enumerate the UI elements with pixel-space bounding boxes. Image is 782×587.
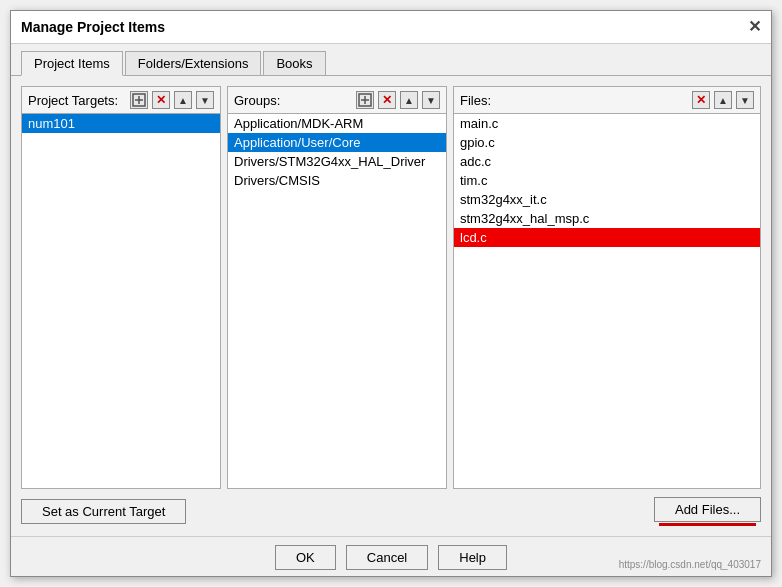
groups-new-button[interactable] — [356, 91, 374, 109]
targets-header: Project Targets: ✕ ▲ ▼ — [22, 87, 220, 114]
files-panel: Files: ✕ ▲ ▼ main.c gpio.c adc.c tim.c s… — [453, 86, 761, 489]
help-button[interactable]: Help — [438, 545, 507, 570]
set-current-target-button[interactable]: Set as Current Target — [21, 499, 186, 524]
list-item[interactable]: stm32g4xx_hal_msp.c — [454, 209, 760, 228]
targets-delete-button[interactable]: ✕ — [152, 91, 170, 109]
list-item[interactable]: num101 — [22, 114, 220, 133]
list-item[interactable]: Application/User/Core — [228, 133, 446, 152]
list-item[interactable]: gpio.c — [454, 133, 760, 152]
groups-down-button[interactable]: ▼ — [422, 91, 440, 109]
groups-up-button[interactable]: ▲ — [400, 91, 418, 109]
files-down-button[interactable]: ▼ — [736, 91, 754, 109]
add-files-wrap: Add Files... — [654, 497, 761, 526]
targets-list[interactable]: num101 — [22, 114, 220, 488]
groups-header: Groups: ✕ ▲ ▼ — [228, 87, 446, 114]
targets-new-button[interactable] — [130, 91, 148, 109]
title-bar: Manage Project Items ✕ — [11, 11, 771, 44]
tabs-bar: Project Items Folders/Extensions Books — [11, 44, 771, 76]
list-item[interactable]: main.c — [454, 114, 760, 133]
groups-delete-button[interactable]: ✕ — [378, 91, 396, 109]
manage-project-items-dialog: Manage Project Items ✕ Project Items Fol… — [10, 10, 772, 577]
targets-down-button[interactable]: ▼ — [196, 91, 214, 109]
list-item[interactable]: tim.c — [454, 171, 760, 190]
watermark: https://blog.csdn.net/qq_403017 — [619, 559, 761, 570]
list-item[interactable]: lcd.c — [454, 228, 760, 247]
groups-list[interactable]: Application/MDK-ARM Application/User/Cor… — [228, 114, 446, 488]
list-item[interactable]: Drivers/CMSIS — [228, 171, 446, 190]
add-files-button[interactable]: Add Files... — [654, 497, 761, 522]
files-delete-button[interactable]: ✕ — [692, 91, 710, 109]
panels-row: Project Targets: ✕ ▲ ▼ num101 Groups: — [21, 86, 761, 489]
list-item[interactable]: Drivers/STM32G4xx_HAL_Driver — [228, 152, 446, 171]
files-list[interactable]: main.c gpio.c adc.c tim.c stm32g4xx_it.c… — [454, 114, 760, 488]
targets-title: Project Targets: — [28, 93, 126, 108]
files-title: Files: — [460, 93, 688, 108]
groups-title: Groups: — [234, 93, 352, 108]
tab-project-items[interactable]: Project Items — [21, 51, 123, 76]
close-button[interactable]: ✕ — [748, 19, 761, 35]
cancel-button[interactable]: Cancel — [346, 545, 428, 570]
bottom-action-row: Set as Current Target Add Files... — [21, 489, 761, 526]
new-icon — [132, 93, 146, 107]
files-up-button[interactable]: ▲ — [714, 91, 732, 109]
targets-up-button[interactable]: ▲ — [174, 91, 192, 109]
groups-panel: Groups: ✕ ▲ ▼ Application/MDK-ARM Applic… — [227, 86, 447, 489]
new-icon — [358, 93, 372, 107]
dialog-footer: OK Cancel Help https://blog.csdn.net/qq_… — [11, 536, 771, 576]
files-header: Files: ✕ ▲ ▼ — [454, 87, 760, 114]
project-targets-panel: Project Targets: ✕ ▲ ▼ num101 — [21, 86, 221, 489]
add-files-underline — [659, 523, 755, 526]
dialog-title: Manage Project Items — [21, 19, 165, 35]
list-item[interactable]: adc.c — [454, 152, 760, 171]
dialog-body: Project Targets: ✕ ▲ ▼ num101 Groups: — [11, 76, 771, 536]
tab-books[interactable]: Books — [263, 51, 325, 76]
tab-folders-extensions[interactable]: Folders/Extensions — [125, 51, 262, 76]
list-item[interactable]: stm32g4xx_it.c — [454, 190, 760, 209]
ok-button[interactable]: OK — [275, 545, 336, 570]
list-item[interactable]: Application/MDK-ARM — [228, 114, 446, 133]
